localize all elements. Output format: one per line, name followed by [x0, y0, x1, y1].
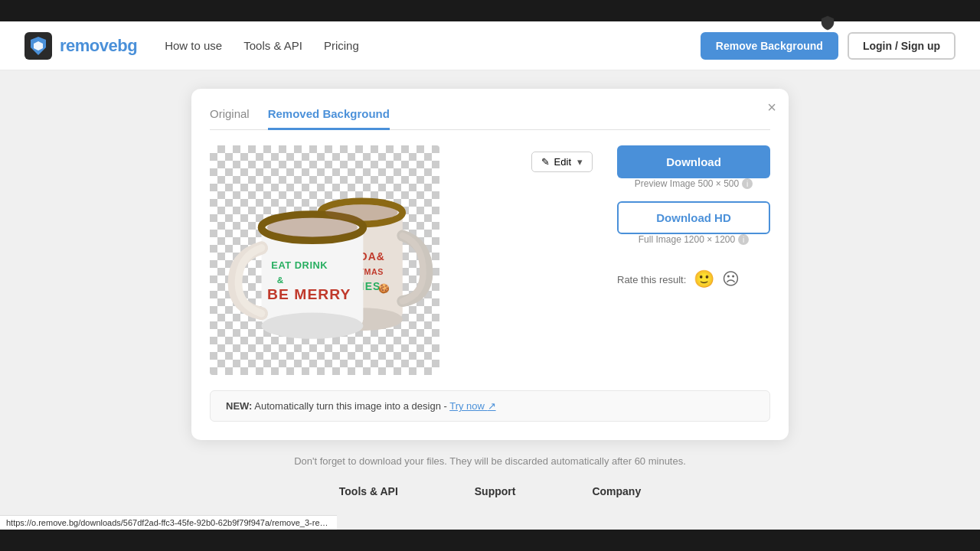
right-panel: Download Preview Image 500 × 500 i Downl…	[617, 145, 770, 289]
image-area: ✎ Edit ▾	[210, 145, 599, 375]
banner-text: Automatically turn this image into a des…	[254, 400, 446, 412]
download-section: Download Preview Image 500 × 500 i	[617, 145, 770, 189]
nav: How to use Tools & API Pricing	[165, 39, 359, 52]
nav-how-to-use[interactable]: How to use	[165, 39, 222, 52]
pencil-icon: ✎	[541, 156, 550, 168]
nav-pricing[interactable]: Pricing	[324, 39, 359, 52]
full-image-info-icon[interactable]: i	[738, 234, 749, 245]
tab-removed-background[interactable]: Removed Background	[268, 107, 390, 130]
header-right: Remove Background Login / Sign up	[701, 32, 956, 60]
new-banner: NEW: Automatically turn this image into …	[210, 390, 770, 422]
edit-button[interactable]: ✎ Edit ▾	[531, 152, 593, 172]
shield-icon	[821, 15, 835, 31]
footer-col-support: Support	[475, 485, 516, 500]
rate-section: Rate this result: 🙂 ☹	[617, 269, 770, 289]
preview-info: Preview Image 500 × 500 i	[617, 178, 770, 189]
tabs: Original Removed Background	[210, 107, 770, 130]
footer-col-support-title: Support	[475, 485, 516, 497]
footer-col-tools-title: Tools & API	[339, 485, 398, 497]
download-button[interactable]: Download	[617, 145, 770, 178]
header: removebg How to use Tools & API Pricing …	[0, 21, 980, 70]
tab-original[interactable]: Original	[210, 107, 250, 130]
discard-notice: Don't forget to download your files. The…	[294, 455, 686, 467]
footer-col-company: Company	[592, 485, 641, 500]
svg-text:🍪: 🍪	[378, 283, 390, 294]
caret-icon: ▾	[577, 156, 583, 168]
rate-happy-icon[interactable]: 🙂	[694, 269, 714, 289]
svg-text:BE MERRY: BE MERRY	[267, 286, 351, 302]
preview-info-icon[interactable]: i	[742, 178, 753, 189]
logo[interactable]: removebg	[24, 32, 137, 60]
mug-image: COCOA& CHRISTMAS MOVIES 🍪	[210, 145, 439, 375]
image-canvas: COCOA& CHRISTMAS MOVIES 🍪	[210, 145, 439, 375]
download-hd-button[interactable]: Download HD	[617, 201, 770, 234]
close-button[interactable]: ×	[767, 99, 776, 115]
svg-text:EAT DRINK: EAT DRINK	[271, 259, 328, 271]
logo-text: removebg	[60, 36, 137, 56]
card-body: ✎ Edit ▾	[210, 145, 770, 375]
nav-tools-api[interactable]: Tools & API	[243, 39, 302, 52]
main-content: × Original Removed Background ✎ Edit ▾	[0, 70, 980, 528]
banner-new-label: NEW:	[226, 400, 252, 412]
logo-icon	[24, 32, 52, 60]
svg-point-17	[325, 204, 397, 220]
rate-sad-icon[interactable]: ☹	[722, 269, 740, 289]
svg-point-11	[262, 313, 364, 339]
rate-label: Rate this result:	[617, 274, 686, 285]
svg-point-16	[267, 217, 358, 237]
download-hd-section: Download HD Full Image 1200 × 1200 i	[617, 201, 770, 245]
result-card: × Original Removed Background ✎ Edit ▾	[191, 89, 789, 440]
svg-text:&: &	[277, 275, 284, 285]
url-bar: https://o.remove.bg/downloads/567df2ad-f…	[0, 515, 337, 528]
footer-col-tools: Tools & API	[339, 485, 398, 500]
external-link-icon: ↗	[488, 400, 496, 412]
full-image-info: Full Image 1200 × 1200 i	[617, 234, 770, 245]
header-left: removebg How to use Tools & API Pricing	[24, 32, 359, 60]
footer-col-company-title: Company	[592, 485, 641, 497]
edit-label: Edit	[554, 156, 571, 168]
remove-background-button[interactable]: Remove Background	[701, 32, 838, 60]
banner-try-now-link[interactable]: Try now ↗	[449, 400, 495, 412]
footer-cols: Tools & API Support Company	[309, 467, 671, 510]
login-button[interactable]: Login / Sign up	[848, 32, 956, 60]
